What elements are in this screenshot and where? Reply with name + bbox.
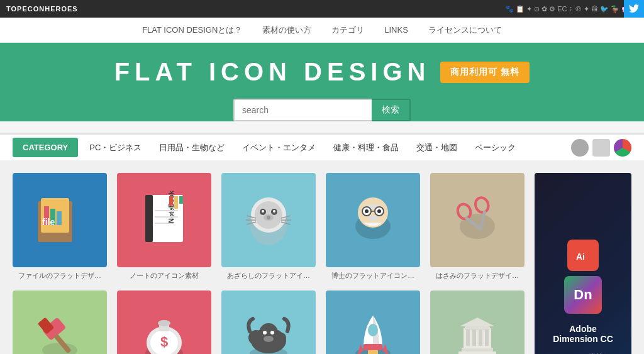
nav-category[interactable]: カテゴリ	[331, 25, 364, 36]
main-nav: FLAT ICON DESIGNとは？ 素材の使い方 カテゴリ LINKS ライ…	[0, 18, 644, 43]
view-toggle	[571, 139, 631, 157]
thumb-notebook[interactable]: NoteBook	[117, 173, 211, 267]
svg-point-34	[365, 209, 369, 213]
grid-label: ノートのアイコン素材	[130, 271, 199, 280]
svg-point-62	[368, 324, 378, 336]
svg-rect-74	[485, 329, 489, 346]
hero-badge: 商用利用可 無料	[440, 62, 530, 83]
thumb-file[interactable]: file	[13, 173, 107, 267]
svg-point-60	[264, 336, 274, 342]
cat-daily[interactable]: 日用品・生物など	[150, 137, 233, 158]
icon-grid: file ファイルのフラットデザ… NoteBook	[13, 173, 525, 354]
svg-marker-70	[460, 318, 495, 326]
thumb-parthenon[interactable]	[430, 290, 525, 354]
nav-about[interactable]: FLAT ICON DESIGNとは？	[142, 25, 242, 36]
thumb-dollar[interactable]: $	[117, 290, 211, 354]
top-bar: TOPECONHEROES 🐾 📋 ✦ ⊙ ✿ ⚙ EC ⫶ ℗ ✦ 🏛 🐦 🦆…	[0, 0, 644, 18]
svg-text:file: file	[42, 217, 55, 227]
nav-license[interactable]: ライセンスについて	[428, 25, 502, 36]
svg-text:NoteBook: NoteBook	[167, 190, 175, 223]
search-row: 検索	[0, 99, 644, 121]
nav-usage[interactable]: 素材の使い方	[262, 25, 311, 36]
svg-rect-73	[479, 329, 482, 346]
svg-point-59	[270, 331, 274, 335]
svg-point-58	[263, 331, 267, 335]
view-grid[interactable]	[592, 139, 610, 157]
content-area: file ファイルのフラットデザ… NoteBook	[0, 160, 644, 354]
grid-item: NoteBook ノートのアイコン素材	[117, 173, 211, 280]
svg-rect-72	[472, 329, 476, 346]
thumb-seal[interactable]	[221, 173, 316, 267]
grid-item: 博士のフラットアイコン…	[326, 173, 420, 280]
cat-transport[interactable]: 交通・地図	[408, 137, 466, 158]
ad-title: AdobeDimension CC	[553, 324, 613, 344]
search-button[interactable]: 検索	[372, 99, 411, 121]
grid-item: ギリシャのパルテノン神…	[430, 290, 525, 354]
cat-health[interactable]: 健康・料理・食品	[325, 137, 408, 158]
cat-basic[interactable]: ベーシック	[466, 137, 525, 158]
svg-point-35	[377, 209, 381, 213]
twitter-button[interactable]	[624, 0, 644, 18]
grid-label: 博士のフラットアイコン…	[331, 271, 414, 280]
ad-description: 2Dと3Dの素材を組み合わせてリアルなイメージを簡単に作成	[552, 351, 614, 354]
grid-item: はさみのフラットデザイ…	[430, 173, 525, 280]
svg-rect-14	[179, 196, 183, 204]
thumb-bull[interactable]	[221, 290, 316, 354]
svg-text:Ai: Ai	[576, 252, 585, 262]
svg-rect-4	[57, 211, 62, 225]
sidebar-ad: Ai Dn AdobeDimension CC 2Dと3Dの素材を組み合わせてリ…	[535, 173, 631, 354]
svg-point-40	[474, 196, 491, 214]
grid-item: ハンマー（とんかち）の…	[13, 290, 107, 354]
thumb-shuttle[interactable]	[326, 290, 420, 354]
ad-product: Dn	[574, 287, 592, 303]
svg-rect-63	[364, 344, 382, 350]
svg-point-52	[158, 320, 170, 326]
svg-point-21	[273, 210, 275, 213]
cat-event[interactable]: イベント・エンタメ	[233, 137, 325, 158]
view-color[interactable]	[614, 139, 631, 157]
hero-section: FLAT ICON DESIGN 商用利用可 無料 検索	[0, 43, 644, 121]
svg-rect-13	[174, 196, 178, 209]
grid-label: あざらしのフラットアイ…	[227, 271, 310, 280]
grid-item: あざらしのフラットアイ…	[221, 173, 316, 280]
hero-title: FLAT ICON DESIGN	[114, 58, 431, 86]
category-bar: CATEGORY PC・ビジネス 日用品・生物など イベント・エンタメ 健康・料…	[0, 133, 644, 160]
thumb-professor[interactable]	[326, 173, 420, 267]
hero-title-row: FLAT ICON DESIGN 商用利用可 無料	[0, 58, 644, 86]
svg-rect-64	[368, 350, 378, 354]
category-active[interactable]: CATEGORY	[13, 138, 78, 157]
thumb-scissors[interactable]	[430, 173, 525, 267]
svg-point-20	[262, 210, 264, 213]
grid-item: file ファイルのフラットデザ…	[13, 173, 107, 280]
cat-pc-business[interactable]: PC・ビジネス	[80, 137, 150, 158]
view-circle[interactable]	[571, 139, 589, 157]
grid-label: はさみのフラットデザイ…	[436, 271, 519, 280]
nav-links[interactable]: LINKS	[384, 25, 408, 35]
search-input[interactable]	[233, 99, 372, 121]
svg-point-37	[368, 216, 378, 221]
top-icons: 🐾 📋 ✦ ⊙ ✿ ⚙ EC ⫶ ℗ ✦ 🏛 🐦 🦆 🌸 ✏	[505, 5, 638, 13]
grid-item: スペースシャトルのフラ…	[326, 290, 420, 354]
svg-point-43	[42, 343, 77, 354]
svg-point-23	[267, 216, 270, 219]
grid-item: 無料の暴れ牛のフラット…	[221, 290, 316, 354]
grid-label: ファイルのフラットデザ…	[18, 271, 101, 280]
thumb-hammer[interactable]	[13, 290, 107, 354]
grid-item: $ ドル袋のフラットアイコ…	[117, 290, 211, 354]
svg-rect-7	[145, 195, 153, 242]
ad-logo: Ai	[567, 240, 599, 271]
svg-rect-66	[458, 351, 496, 354]
svg-rect-71	[466, 329, 470, 346]
site-logo: TOPECONHEROES	[6, 5, 78, 13]
svg-rect-12	[169, 196, 173, 206]
svg-text:$: $	[160, 334, 168, 350]
